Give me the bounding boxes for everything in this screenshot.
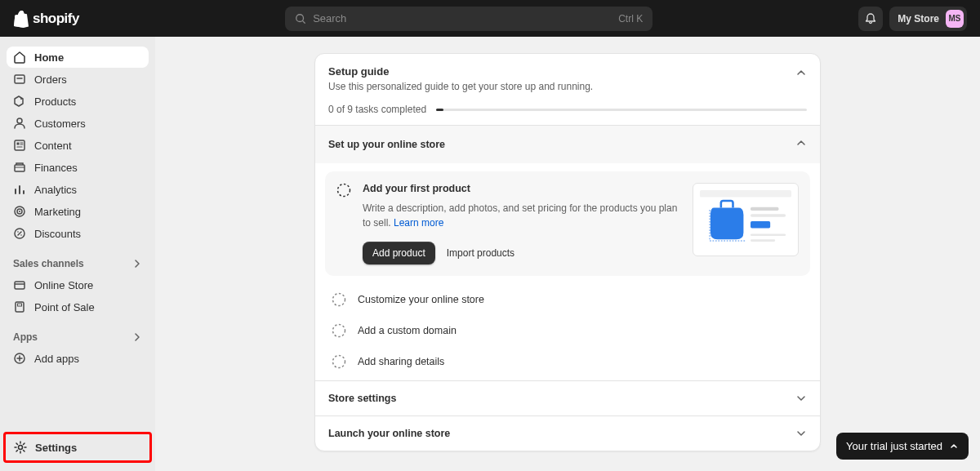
sidebar-item-pos[interactable]: Point of Sale bbox=[7, 296, 149, 318]
setup-guide-card: Setup guide Use this personalized guide … bbox=[314, 53, 821, 451]
home-icon bbox=[13, 51, 26, 64]
brand-logo[interactable]: shopify bbox=[13, 10, 79, 28]
section-apps[interactable]: Apps bbox=[7, 327, 149, 348]
section-sales-channels[interactable]: Sales channels bbox=[7, 253, 149, 274]
sidebar-item-customers[interactable]: Customers bbox=[7, 113, 149, 134]
add-product-button[interactable]: Add product bbox=[363, 242, 435, 264]
task-customize-store[interactable]: Customize your online store bbox=[315, 284, 820, 315]
svg-rect-13 bbox=[15, 282, 24, 289]
search-input[interactable]: Search Ctrl K bbox=[285, 7, 653, 31]
discounts-icon bbox=[13, 227, 26, 240]
sidebar-item-label: Content bbox=[34, 140, 72, 152]
chevron-right-icon bbox=[132, 259, 142, 269]
svg-point-17 bbox=[19, 446, 23, 450]
task-status-icon bbox=[332, 323, 346, 338]
svg-point-2 bbox=[20, 98, 22, 100]
store-name: My Store bbox=[898, 13, 939, 24]
plus-circle-icon bbox=[13, 352, 26, 365]
setup-title: Setup guide bbox=[328, 65, 807, 78]
task-add-product: Add your first product Write a descripti… bbox=[325, 171, 810, 276]
task-label: Add a custom domain bbox=[358, 325, 457, 336]
learn-more-link[interactable]: Learn more bbox=[394, 217, 443, 229]
svg-rect-6 bbox=[15, 165, 24, 171]
search-shortcut: Ctrl K bbox=[618, 13, 643, 24]
chevron-up-icon bbox=[949, 442, 959, 451]
svg-rect-24 bbox=[751, 239, 775, 242]
progress-bar bbox=[436, 109, 807, 111]
sidebar-item-label: Discounts bbox=[34, 228, 81, 240]
section-title: Launch your online store bbox=[328, 428, 450, 439]
sidebar-item-home[interactable]: Home bbox=[7, 47, 149, 68]
setup-subtitle: Use this personalized guide to get your … bbox=[328, 81, 807, 92]
sidebar-item-orders[interactable]: Orders bbox=[7, 69, 149, 90]
section-launch-store[interactable]: Launch your online store bbox=[315, 415, 820, 451]
top-header: shopify Search Ctrl K My Store MS bbox=[0, 0, 980, 37]
svg-point-26 bbox=[333, 325, 345, 337]
progress-text: 0 of 9 tasks completed bbox=[328, 104, 426, 115]
section-label: Apps bbox=[13, 331, 38, 343]
search-placeholder: Search bbox=[313, 12, 612, 24]
gear-icon bbox=[14, 441, 27, 454]
trial-label: Your trial just started bbox=[846, 440, 942, 452]
trial-status-button[interactable]: Your trial just started bbox=[836, 433, 969, 460]
finances-icon bbox=[13, 161, 26, 174]
chevron-up-icon bbox=[795, 137, 807, 149]
store-switcher[interactable]: My Store MS bbox=[889, 7, 967, 31]
svg-rect-23 bbox=[751, 233, 786, 236]
chevron-down-icon bbox=[795, 393, 807, 404]
orders-icon bbox=[13, 73, 26, 86]
sidebar-item-label: Customers bbox=[34, 118, 86, 130]
sidebar-item-online-store[interactable]: Online Store bbox=[7, 274, 149, 295]
section-title: Set up your online store bbox=[328, 139, 445, 150]
sidebar-item-label: Orders bbox=[34, 73, 67, 86]
task-status-icon bbox=[336, 183, 351, 198]
sidebar-item-discounts[interactable]: Discounts bbox=[7, 223, 149, 244]
sidebar-item-label: Analytics bbox=[34, 184, 77, 196]
svg-point-3 bbox=[17, 118, 22, 123]
import-products-button[interactable]: Import products bbox=[447, 247, 514, 259]
primary-nav: Home Orders Products Customers Content F… bbox=[7, 47, 149, 245]
sidebar-item-finances[interactable]: Finances bbox=[7, 157, 149, 178]
svg-rect-15 bbox=[18, 304, 22, 306]
analytics-icon bbox=[13, 183, 26, 196]
task-title: Add your first product bbox=[363, 183, 681, 194]
sidebar-item-label: Home bbox=[34, 51, 64, 64]
collapse-section-button[interactable] bbox=[795, 137, 807, 152]
section-store-settings[interactable]: Store settings bbox=[315, 380, 820, 415]
svg-point-12 bbox=[20, 234, 22, 236]
task-custom-domain[interactable]: Add a custom domain bbox=[315, 315, 820, 346]
products-icon bbox=[13, 95, 26, 108]
brand-text: shopify bbox=[33, 11, 79, 27]
customers-icon bbox=[13, 117, 26, 130]
sidebar-item-add-apps[interactable]: Add apps bbox=[7, 348, 149, 369]
settings-highlight: Settings bbox=[3, 432, 152, 463]
chevron-down-icon bbox=[795, 428, 807, 439]
svg-rect-5 bbox=[17, 143, 20, 145]
sidebar-item-products[interactable]: Products bbox=[7, 91, 149, 112]
sidebar-item-settings[interactable]: Settings bbox=[7, 436, 148, 459]
svg-rect-19 bbox=[700, 190, 791, 198]
svg-rect-20 bbox=[751, 207, 778, 211]
section-title: Store settings bbox=[328, 393, 396, 404]
store-icon bbox=[13, 278, 26, 291]
svg-point-11 bbox=[17, 231, 19, 233]
sidebar-item-label: Online Store bbox=[34, 279, 93, 291]
section-online-store: Set up your online store Add your first … bbox=[315, 125, 820, 380]
sidebar-item-marketing[interactable]: Marketing bbox=[7, 201, 149, 222]
setup-header: Setup guide Use this personalized guide … bbox=[315, 54, 820, 125]
notifications-button[interactable] bbox=[858, 7, 883, 31]
chevron-up-icon bbox=[795, 67, 807, 78]
svg-point-25 bbox=[333, 294, 345, 306]
chevron-right-icon bbox=[132, 332, 142, 342]
bell-icon bbox=[864, 12, 877, 25]
svg-rect-22 bbox=[751, 221, 770, 229]
sidebar: Home Orders Products Customers Content F… bbox=[0, 37, 155, 471]
sidebar-item-analytics[interactable]: Analytics bbox=[7, 179, 149, 200]
settings-label: Settings bbox=[35, 442, 77, 454]
sidebar-item-content[interactable]: Content bbox=[7, 135, 149, 156]
section-online-store-header[interactable]: Set up your online store bbox=[315, 126, 820, 163]
collapse-setup-button[interactable] bbox=[795, 67, 807, 82]
task-sharing-details[interactable]: Add sharing details bbox=[315, 346, 820, 380]
search-icon bbox=[295, 13, 306, 24]
task-label: Customize your online store bbox=[358, 294, 484, 305]
